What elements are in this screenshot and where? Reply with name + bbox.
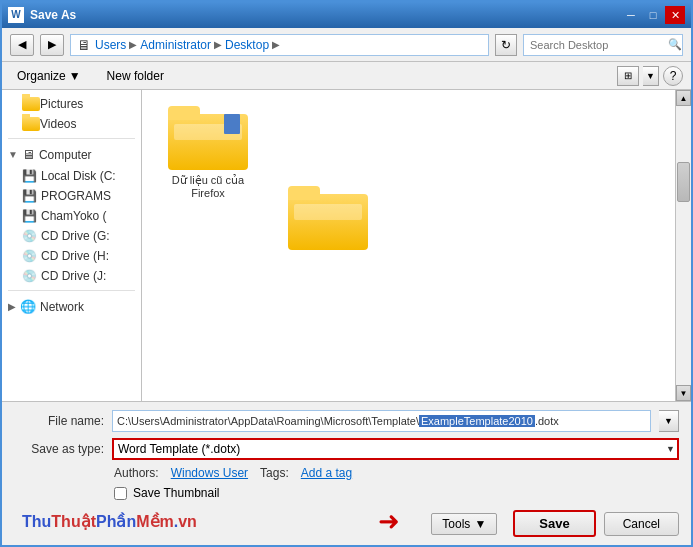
sidebar-label-cd-h: CD Drive (H: <box>41 249 109 263</box>
back-button[interactable]: ◀ <box>10 34 34 56</box>
breadcrumb-admin[interactable]: Administrator <box>140 38 211 52</box>
file-area-with-scrollbar: Dữ liệu cũ của Firefox ▲ <box>142 90 691 401</box>
breadcrumb-desktop[interactable]: Desktop <box>225 38 269 52</box>
watermark-phan: Phần <box>96 513 136 530</box>
savetype-select[interactable]: Word Template (*.dotx) Word Document (*.… <box>112 438 679 460</box>
network-icon: 🌐 <box>20 299 36 314</box>
folder-tab-2 <box>288 186 320 200</box>
scroll-track[interactable] <box>676 106 691 385</box>
folder-doc-indicator <box>224 114 240 134</box>
view-dropdown[interactable]: ▼ <box>643 66 659 86</box>
filename-suffix: .dotx <box>535 415 559 427</box>
list-item[interactable]: Dữ liệu cũ của Firefox <box>158 106 258 254</box>
thumbnail-label[interactable]: Save Thumbnail <box>133 486 220 500</box>
main-content: Pictures Videos ▼ 🖥 Computer 💾 Local Dis… <box>2 90 691 401</box>
sidebar-item-chamyoko[interactable]: 💾 ChamYoko ( <box>2 206 141 226</box>
sidebar-item-programs[interactable]: 💾 PROGRAMS <box>2 186 141 206</box>
refresh-button[interactable]: ↻ <box>495 34 517 56</box>
sidebar-item-cd-g[interactable]: 💿 CD Drive (G: <box>2 226 141 246</box>
breadcrumb-sep1: ▶ <box>129 39 137 50</box>
sidebar-label-network: Network <box>40 300 84 314</box>
tags-value[interactable]: Add a tag <box>301 466 352 480</box>
window-icon: W <box>8 7 24 23</box>
thumbnail-row: Save Thumbnail <box>114 486 679 500</box>
breadcrumb-sep3: ▶ <box>272 39 280 50</box>
folder-icon <box>22 97 40 111</box>
file-grid: Dữ liệu cũ của Firefox <box>142 90 675 401</box>
navigation-toolbar: ◀ ▶ 🖥 Users ▶ Administrator ▶ Desktop ▶ … <box>2 28 691 62</box>
title-bar: W Save As ─ □ ✕ <box>2 2 691 28</box>
folder-body-2 <box>288 194 368 250</box>
sidebar-item-local-disk[interactable]: 💾 Local Disk (C: <box>2 166 141 186</box>
save-as-dialog: W Save As ─ □ ✕ ◀ ▶ 🖥 Users ▶ Administra… <box>0 0 693 547</box>
tools-label: Tools <box>442 517 470 531</box>
sidebar-item-cd-j[interactable]: 💿 CD Drive (J: <box>2 266 141 286</box>
tags-label: Tags: <box>260 466 289 480</box>
sidebar-arrow-network: ▶ <box>8 301 16 312</box>
scroll-up-button[interactable]: ▲ <box>676 90 691 106</box>
watermark-vn: vn <box>178 513 197 530</box>
breadcrumb[interactable]: 🖥 Users ▶ Administrator ▶ Desktop ▶ <box>70 34 489 56</box>
folder-icon-large-2 <box>288 186 368 250</box>
minimize-button[interactable]: ─ <box>621 6 641 24</box>
scroll-thumb[interactable] <box>677 162 690 202</box>
search-box[interactable]: 🔍 <box>523 34 683 56</box>
help-button[interactable]: ? <box>663 66 683 86</box>
folder-tab <box>168 106 200 120</box>
sidebar-label-chamyoko: ChamYoko ( <box>41 209 107 223</box>
tools-chevron-icon: ▼ <box>474 517 486 531</box>
scroll-down-button[interactable]: ▼ <box>676 385 691 401</box>
filename-dropdown-button[interactable]: ▼ <box>659 410 679 432</box>
savetype-row: Save as type: Word Template (*.dotx) Wor… <box>14 438 679 460</box>
sidebar-item-cd-h[interactable]: 💿 CD Drive (H: <box>2 246 141 266</box>
drive-icon: 💾 <box>22 169 37 183</box>
new-folder-button[interactable]: New folder <box>98 66 173 86</box>
scrollbar-vertical[interactable]: ▲ ▼ <box>675 90 691 401</box>
cd-icon: 💿 <box>22 229 37 243</box>
sidebar-item-computer[interactable]: ▼ 🖥 Computer <box>2 143 141 166</box>
watermark-thuat: Thuật <box>51 513 96 530</box>
arrow-indicator-icon: ➜ <box>378 506 400 537</box>
sidebar-arrow-computer: ▼ <box>8 149 18 160</box>
folder-icon <box>22 117 40 131</box>
breadcrumb-sep2: ▶ <box>214 39 222 50</box>
forward-button[interactable]: ▶ <box>40 34 64 56</box>
sidebar-label-cd-g: CD Drive (G: <box>41 229 110 243</box>
watermark: ThuThuậtPhầnMềm.vn <box>22 512 197 531</box>
organize-button[interactable]: Organize ▼ <box>10 66 88 86</box>
thumbnail-checkbox[interactable] <box>114 487 127 500</box>
drive-icon: 💾 <box>22 189 37 203</box>
sidebar-item-network[interactable]: ▶ 🌐 Network <box>2 295 141 318</box>
bottom-buttons: ThuThuậtPhầnMềm.vn Tools ▼ ➜ Save Cancel <box>14 506 679 537</box>
savetype-label: Save as type: <box>14 442 104 456</box>
search-input[interactable] <box>530 39 668 51</box>
filename-highlighted: ExampleTemplate2010 <box>419 415 535 427</box>
cancel-button[interactable]: Cancel <box>604 512 679 536</box>
filename-row: File name: C:\Users\Administrator\AppDat… <box>14 410 679 432</box>
view-controls: ⊞ ▼ ? <box>617 66 683 86</box>
breadcrumb-icon: 🖥 <box>77 37 91 53</box>
file-area: Dữ liệu cũ của Firefox <box>142 90 675 401</box>
sidebar-divider-2 <box>8 290 135 291</box>
view-button[interactable]: ⊞ <box>617 66 639 86</box>
save-button[interactable]: Save <box>513 510 595 537</box>
sidebar-label-pictures: Pictures <box>40 97 83 111</box>
action-toolbar: Organize ▼ New folder ⊞ ▼ ? <box>2 62 691 90</box>
folder-shine-2 <box>294 204 362 220</box>
organize-label: Organize <box>17 69 66 83</box>
tools-button[interactable]: Tools ▼ <box>431 513 497 535</box>
window-title: Save As <box>30 8 621 22</box>
filename-display[interactable]: C:\Users\Administrator\AppData\Roaming\M… <box>112 410 651 432</box>
list-item[interactable] <box>278 186 378 254</box>
restore-button[interactable]: □ <box>643 6 663 24</box>
authors-value[interactable]: Windows User <box>171 466 248 480</box>
sidebar-item-pictures[interactable]: Pictures <box>2 94 141 114</box>
sidebar-label-programs: PROGRAMS <box>41 189 111 203</box>
sidebar-item-videos[interactable]: Videos <box>2 114 141 134</box>
title-bar-controls: ─ □ ✕ <box>621 6 685 24</box>
sidebar-label-cd-j: CD Drive (J: <box>41 269 106 283</box>
authors-label: Authors: <box>114 466 159 480</box>
breadcrumb-users[interactable]: Users <box>95 38 126 52</box>
close-button[interactable]: ✕ <box>665 6 685 24</box>
organize-chevron: ▼ <box>69 69 81 83</box>
